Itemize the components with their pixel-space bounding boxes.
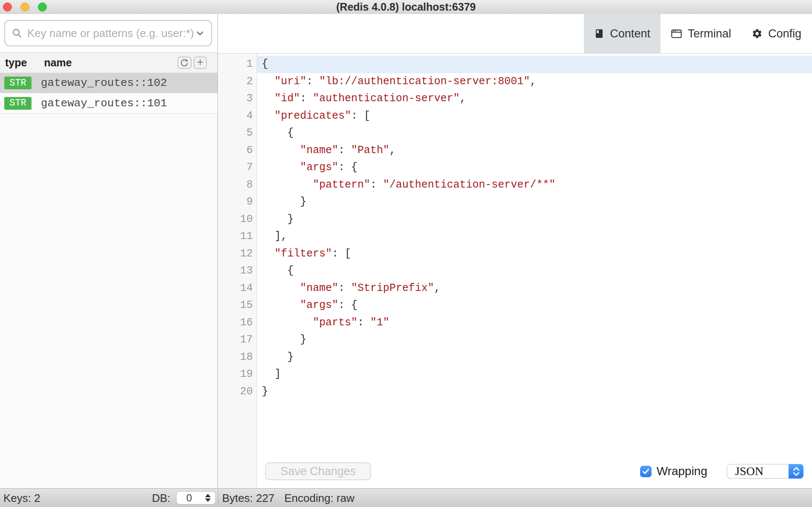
tab-config[interactable]: Config (741, 14, 812, 53)
refresh-keys-button[interactable] (177, 57, 192, 69)
gear-icon (752, 28, 763, 39)
line-number: 17 (218, 331, 257, 349)
line-number: 9 (218, 194, 257, 211)
line-number: 8 (218, 177, 257, 194)
statusbar-divider (218, 489, 218, 507)
code-line[interactable]: "args": { (257, 159, 812, 177)
window-title: (Redis 4.0.8) localhost:6379 (336, 1, 476, 13)
status-bytes: Bytes: 227 (222, 491, 274, 504)
format-select-value: JSON (727, 464, 763, 478)
column-header-name: name (44, 57, 71, 69)
traffic-lights (3, 3, 47, 11)
search-area (0, 14, 217, 53)
status-keys: Keys: 2 (3, 491, 40, 504)
code-line[interactable]: { (257, 262, 812, 280)
app-window: (Redis 4.0.8) localhost:6379 type name (0, 0, 812, 507)
line-number: 2 (218, 73, 257, 91)
wrapping-control[interactable]: Wrapping (640, 464, 707, 478)
checkmark-icon (642, 468, 649, 475)
stepper-arrows-icon[interactable] (202, 494, 215, 502)
key-row[interactable]: STRgateway_routes::102 (0, 73, 217, 93)
wrapping-checkbox[interactable] (640, 466, 652, 477)
content-pane: Content Terminal Config 1234567891011121… (218, 14, 812, 488)
code-line[interactable]: { (257, 56, 812, 73)
line-number: 4 (218, 108, 257, 125)
tab-label: Content (610, 27, 650, 40)
code-line[interactable]: } (257, 383, 812, 401)
keys-sidebar: type name + STRgateway_routes::102STRgat… (0, 14, 218, 488)
code-line[interactable]: ], (257, 228, 812, 245)
chevron-down-icon[interactable] (195, 28, 205, 38)
key-name-label: gateway_routes::102 (41, 77, 167, 89)
code-line[interactable]: "filters": [ (257, 245, 812, 263)
line-number: 12 (218, 245, 257, 263)
code-line[interactable]: ] (257, 366, 812, 383)
line-number: 3 (218, 90, 257, 108)
editor-gutter: 1234567891011121314151617181920 (218, 54, 257, 488)
line-number: 11 (218, 228, 257, 245)
code-line[interactable]: "id": "authentication-server", (257, 90, 812, 108)
code-line[interactable]: } (257, 211, 812, 228)
key-list: STRgateway_routes::102STRgateway_routes:… (0, 73, 217, 114)
tab-content[interactable]: Content (584, 14, 660, 53)
line-number: 14 (218, 280, 257, 297)
key-search-box[interactable] (4, 20, 212, 46)
zoom-window-button[interactable] (38, 3, 47, 11)
search-icon (12, 28, 22, 38)
code-line[interactable]: "name": "StripPrefix", (257, 280, 812, 297)
code-line[interactable]: "name": "Path", (257, 142, 812, 160)
code-line[interactable]: "parts": "1" (257, 314, 812, 332)
status-bar: Keys: 2 DB: 0 Bytes: 227 Encoding: raw (0, 488, 812, 507)
line-number: 19 (218, 366, 257, 383)
tab-terminal[interactable]: Terminal (660, 14, 741, 53)
format-select[interactable]: JSON (727, 464, 803, 479)
wrapping-label: Wrapping (657, 464, 707, 478)
editor-footer: Save Changes Wrapping JSON (218, 462, 803, 481)
line-number: 5 (218, 125, 257, 142)
tab-label: Config (768, 27, 801, 40)
line-number: 6 (218, 142, 257, 160)
line-number: 1 (218, 56, 257, 73)
key-type-badge: STR (4, 97, 31, 110)
save-changes-button[interactable]: Save Changes (265, 462, 371, 480)
search-input[interactable] (26, 26, 195, 40)
terminal-icon (671, 28, 682, 39)
select-arrows-icon (789, 464, 803, 479)
key-name-label: gateway_routes::101 (41, 97, 167, 110)
line-number: 16 (218, 314, 257, 332)
code-line[interactable]: "uri": "lb://authentication-server:8001"… (257, 73, 812, 91)
line-number: 20 (218, 383, 257, 401)
status-encoding: Encoding: raw (284, 491, 355, 504)
add-key-button[interactable]: + (194, 57, 207, 69)
db-value: 0 (177, 492, 202, 504)
value-editor[interactable]: 1234567891011121314151617181920 { "uri":… (218, 54, 812, 488)
code-line[interactable]: { (257, 125, 812, 142)
key-type-badge: STR (4, 77, 31, 89)
tab-bar: Content Terminal Config (218, 14, 812, 54)
plus-icon: + (197, 57, 204, 68)
code-line[interactable]: "predicates": [ (257, 108, 812, 125)
refresh-icon (180, 58, 189, 68)
book-icon (594, 28, 604, 39)
line-number: 13 (218, 262, 257, 280)
code-line[interactable]: } (257, 349, 812, 366)
column-header-type: type (5, 57, 27, 69)
code-line[interactable]: } (257, 194, 812, 211)
title-bar: (Redis 4.0.8) localhost:6379 (0, 0, 812, 14)
close-window-button[interactable] (3, 3, 12, 11)
editor-code[interactable]: { "uri": "lb://authentication-server:800… (257, 54, 812, 488)
line-number: 10 (218, 211, 257, 228)
code-line[interactable]: "args": { (257, 297, 812, 314)
code-line[interactable]: "pattern": "/authentication-server/**" (257, 177, 812, 194)
line-number: 7 (218, 159, 257, 177)
code-line[interactable]: } (257, 331, 812, 349)
key-row[interactable]: STRgateway_routes::101 (0, 93, 217, 114)
minimize-window-button[interactable] (20, 3, 29, 11)
db-label: DB: (152, 491, 170, 504)
line-number: 15 (218, 297, 257, 314)
tab-label: Terminal (688, 27, 731, 40)
db-stepper[interactable]: 0 (177, 492, 215, 504)
line-number: 18 (218, 349, 257, 366)
footer-right-controls: Wrapping JSON (640, 464, 803, 479)
key-list-header: type name + (0, 53, 217, 73)
